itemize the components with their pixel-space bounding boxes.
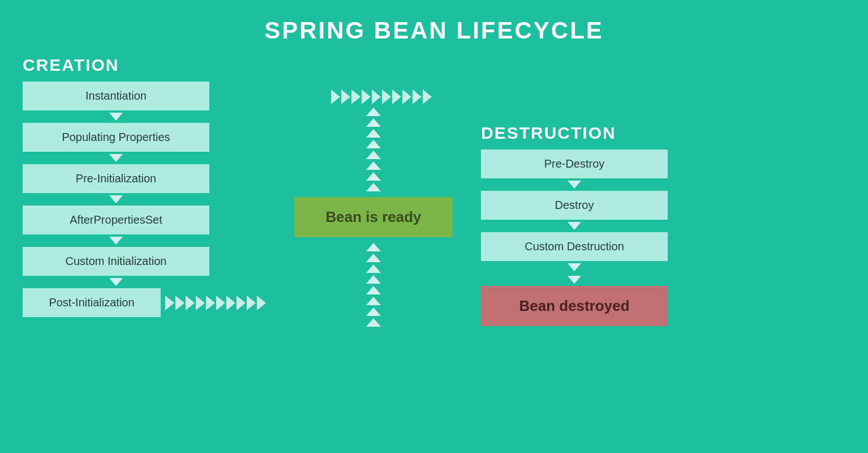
chevron-right-icon <box>226 296 235 310</box>
arrow-d4 <box>481 273 668 286</box>
chevron-down-icon <box>109 154 123 162</box>
step-destroy: Destroy <box>481 191 668 220</box>
chevron-up-icon <box>366 286 381 294</box>
chevron-right-icon <box>206 296 215 310</box>
chevron-down-icon <box>109 237 123 245</box>
chevron-down-icon <box>568 276 581 284</box>
chevron-up-icon <box>366 264 381 273</box>
creation-column: CREATION Instantiation Populating Proper… <box>23 55 266 317</box>
step-custom-initialization: Custom Initialization <box>23 247 209 276</box>
chevron-up-icon <box>366 118 381 127</box>
chevron-up-icon <box>366 140 381 148</box>
arrow-2 <box>23 152 209 164</box>
chevron-down-icon <box>568 222 581 230</box>
chevron-right-icon <box>382 89 391 104</box>
step-pre-destroy: Pre-Destroy <box>481 149 668 178</box>
arrow-d2 <box>481 220 668 232</box>
chevron-right-icon <box>196 296 205 310</box>
diagram: CREATION Instantiation Populating Proper… <box>0 55 868 328</box>
step-pre-initialization: Pre-Initialization <box>23 164 209 193</box>
chevron-right-icon <box>341 89 350 104</box>
page-container: SPRING BEAN LIFECYCLE CREATION Instantia… <box>0 0 868 328</box>
chevron-down-icon <box>109 278 123 286</box>
post-init-row: Post-Initialization <box>23 288 266 317</box>
step-instantiation: Instantiation <box>23 82 209 110</box>
post-init-chevrons <box>165 296 266 310</box>
chevron-right-icon <box>237 296 246 310</box>
step-after-properties-set: AfterPropertiesSet <box>23 206 209 234</box>
chevron-up-icon <box>366 297 381 305</box>
chevron-right-icon <box>216 296 225 310</box>
chevron-up-icon <box>366 129 381 138</box>
chevron-up-icon <box>366 108 381 116</box>
chevron-right-icon <box>257 296 266 310</box>
center-column: Bean is ready <box>266 55 481 328</box>
chevron-right-icon <box>423 89 432 104</box>
chevron-right-icon <box>331 89 340 104</box>
chevron-up-icon <box>366 172 381 181</box>
chevron-up-icon <box>366 307 381 316</box>
chevron-up-icon <box>366 243 381 251</box>
chevron-up-icon <box>366 318 381 327</box>
creation-title: CREATION <box>23 55 266 75</box>
main-title: SPRING BEAN LIFECYCLE <box>0 0 868 55</box>
chevron-down-icon <box>109 195 123 203</box>
chevron-right-icon <box>247 296 256 310</box>
vertical-arrows-below <box>366 242 381 328</box>
chevron-right-icon <box>351 89 360 104</box>
chevron-up-icon <box>366 161 381 170</box>
destruction-column: DESTRUCTION Pre-Destroy Destroy Custom D… <box>481 55 724 326</box>
vertical-arrows-above <box>366 106 381 193</box>
chevron-up-icon <box>366 254 381 262</box>
chevron-up-icon <box>366 275 381 284</box>
chevron-right-icon <box>165 296 174 310</box>
arrow-3 <box>23 193 209 206</box>
chevron-down-icon <box>568 181 581 189</box>
step-custom-destruction: Custom Destruction <box>481 232 668 261</box>
destruction-title: DESTRUCTION <box>481 123 724 143</box>
chevron-right-icon <box>362 89 371 104</box>
chevron-up-icon <box>366 183 381 191</box>
bean-ready-box: Bean is ready <box>294 197 453 237</box>
arrow-d1 <box>481 178 668 191</box>
chevron-down-icon <box>568 263 581 271</box>
chevron-down-icon <box>109 113 123 121</box>
chevron-right-icon <box>186 296 195 310</box>
step-populating-properties: Populating Properties <box>23 123 209 152</box>
arrow-4 <box>23 234 209 247</box>
arrow-1 <box>23 110 209 123</box>
top-right-chevrons-row <box>315 89 432 104</box>
chevron-right-icon <box>372 89 381 104</box>
arrow-d3 <box>481 261 668 273</box>
chevron-up-icon <box>366 151 381 159</box>
chevron-right-icon <box>175 296 184 310</box>
arrow-5 <box>23 276 209 288</box>
bean-destroyed-box: Bean destroyed <box>481 286 668 326</box>
chevron-right-icon <box>392 89 401 104</box>
chevron-right-icon <box>412 89 422 104</box>
step-post-initialization: Post-Initialization <box>23 288 161 317</box>
top-right-chevrons <box>331 89 432 104</box>
chevron-right-icon <box>402 89 411 104</box>
